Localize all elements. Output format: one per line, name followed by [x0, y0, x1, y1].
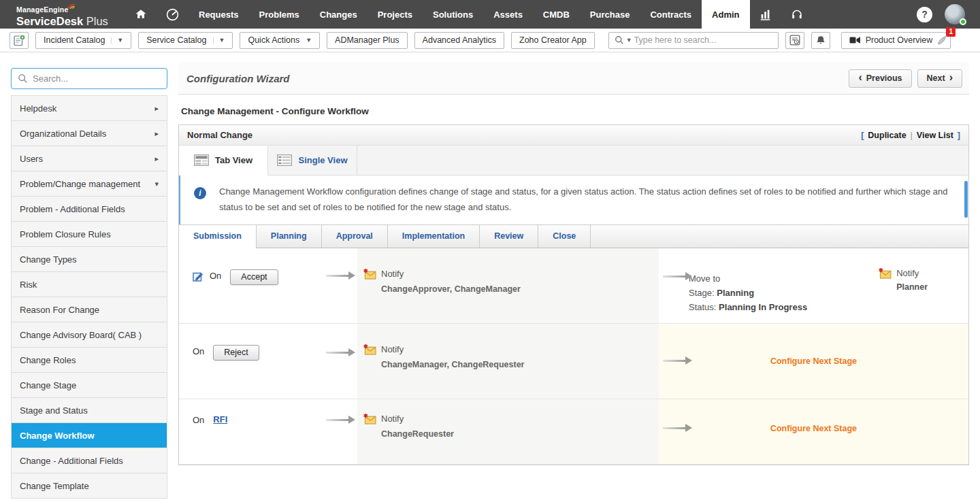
- product-overview-button[interactable]: Product Overview: [841, 32, 951, 49]
- reports-icon[interactable]: [750, 0, 781, 29]
- chevron-left-icon: ‹: [858, 72, 862, 83]
- incident-catalog-dropdown[interactable]: Incident Catalog▼: [35, 32, 131, 49]
- stage-tab-submission[interactable]: Submission: [179, 225, 257, 248]
- previous-button[interactable]: ‹Previous: [849, 69, 911, 88]
- sidebar-item-problem-additional-fields[interactable]: Problem - Additional Fields: [12, 197, 167, 222]
- quick-actions-dropdown[interactable]: Quick Actions▼: [240, 32, 320, 49]
- nav-changes[interactable]: Changes: [310, 0, 368, 29]
- brand-company: ManageEngine: [16, 6, 69, 14]
- view-tabs: Tab View Single View: [179, 146, 968, 175]
- section-title: Change Management - Configure Workflow: [181, 106, 969, 116]
- nav-purchase[interactable]: Purchase: [580, 0, 640, 29]
- brand-swoosh-icon: [67, 3, 76, 10]
- configure-next-stage-link[interactable]: Configure Next Stage: [659, 356, 968, 366]
- flow-arrow-icon: [663, 275, 686, 278]
- nav-assets[interactable]: Assets: [483, 0, 533, 29]
- nav-cmdb[interactable]: CMDB: [533, 0, 580, 29]
- notify-text: Notify ChangeManager, ChangeRequester: [381, 344, 524, 369]
- notify-cell: ✱ Notify ChangeRequester: [357, 399, 659, 464]
- view-list-link[interactable]: View List: [917, 131, 953, 140]
- tab-tab-view[interactable]: Tab View: [179, 146, 268, 175]
- duplicate-link[interactable]: Duplicate: [868, 131, 906, 140]
- release-notes-icon[interactable]: [785, 32, 804, 49]
- sidebar-item-stage-and-status[interactable]: Stage and Status: [12, 398, 167, 423]
- stage-tab-planning[interactable]: Planning: [257, 225, 322, 248]
- edit-icon[interactable]: [193, 271, 203, 282]
- notify-label: Notify: [381, 344, 524, 354]
- sidebar-item-change-types[interactable]: Change Types: [12, 247, 167, 272]
- sidebar-item-change-advisory-board[interactable]: Change Advisory Board( CAB ): [12, 322, 167, 348]
- sidebar-item-change-template[interactable]: Change Template: [12, 473, 167, 499]
- sidebar-group-helpdesk[interactable]: Helpdesk▸: [12, 96, 167, 121]
- stage-tab-approval[interactable]: Approval: [322, 225, 388, 248]
- next-stage-cell: Move to Stage: Planning Status: Planning…: [659, 248, 968, 323]
- next-stage-cell: Configure Next Stage: [659, 324, 968, 399]
- sidebar-group-organizational-details[interactable]: Organizational Details▸: [12, 121, 167, 146]
- mail-notify-icon: ✱: [879, 268, 892, 292]
- panel-title: Normal Change: [187, 130, 252, 140]
- page-title: Configuration Wizard: [186, 73, 290, 84]
- configure-next-stage-link[interactable]: Configure Next Stage: [659, 424, 968, 433]
- help-icon[interactable]: ?: [917, 7, 932, 22]
- info-text: Change Management Workflow configuration…: [219, 184, 951, 216]
- search-icon: [18, 73, 28, 84]
- sidebar-search-input[interactable]: [33, 73, 161, 84]
- on-label: On: [193, 415, 204, 425]
- mail-notify-icon: ✱: [363, 414, 376, 439]
- svg-text:✱: ✱: [363, 414, 368, 419]
- stage-tab-review[interactable]: Review: [480, 225, 538, 248]
- tab-single-view[interactable]: Single View: [268, 146, 357, 175]
- sidebar-item-reason-for-change[interactable]: Reason For Change: [12, 297, 167, 322]
- accept-button[interactable]: Accept: [230, 269, 278, 285]
- next-button[interactable]: Next›: [917, 69, 962, 88]
- nav-problems[interactable]: Problems: [249, 0, 310, 29]
- new-request-icon[interactable]: [10, 32, 29, 49]
- dashboard-icon[interactable]: [157, 0, 189, 29]
- flow-arrow-icon: [326, 275, 349, 277]
- sidebar-item-risk[interactable]: Risk: [12, 272, 167, 297]
- sidebar-item-change-roles[interactable]: Change Roles: [12, 348, 167, 373]
- notify-roles: ChangeManager, ChangeRequester: [381, 360, 524, 369]
- sidebar-item-change-stage[interactable]: Change Stage: [12, 373, 167, 398]
- reject-button[interactable]: Reject: [213, 345, 259, 361]
- admanager-plus-button[interactable]: ADManager Plus: [327, 32, 408, 49]
- wizard-nav-buttons: ‹Previous Next›: [849, 69, 962, 88]
- nav-admin[interactable]: Admin: [702, 0, 749, 29]
- sidebar-group-problem-change-management[interactable]: Problem/Change management▾: [12, 171, 167, 197]
- stage-tab-close[interactable]: Close: [538, 225, 591, 248]
- brand-logo[interactable]: ManageEngine ServiceDesk Plus: [16, 0, 125, 29]
- nav-contracts[interactable]: Contracts: [640, 0, 702, 29]
- nav-projects[interactable]: Projects: [368, 0, 423, 29]
- rfi-link[interactable]: RFI: [213, 414, 227, 424]
- chevron-down-icon: ▼: [306, 37, 312, 44]
- scrollbar-thumb[interactable]: [964, 181, 968, 218]
- sidebar-item-change-workflow[interactable]: Change Workflow: [12, 423, 167, 448]
- home-icon[interactable]: [125, 0, 157, 29]
- sidebar-group-users[interactable]: Users▸: [12, 146, 167, 171]
- sidebar-item-change-additional-fields[interactable]: Change - Additional Fields: [12, 448, 167, 473]
- bell-icon[interactable]: [811, 32, 830, 49]
- admin-sidebar: Helpdesk▸ Organizational Details▸ Users▸…: [11, 68, 167, 502]
- tab-view-icon: [194, 154, 209, 166]
- svg-text:✱: ✱: [879, 268, 883, 273]
- avatar[interactable]: [945, 4, 965, 24]
- nav-requests[interactable]: Requests: [189, 0, 249, 29]
- notify-roles: ChangeApprover, ChangeManager: [381, 284, 521, 294]
- notify-cell: ✱ Notify ChangeApprover, ChangeManager: [357, 248, 659, 323]
- search-icon: [615, 35, 624, 45]
- stage-tab-implementation[interactable]: Implementation: [388, 225, 480, 248]
- quick-toolbar: Incident Catalog▼ Service Catalog▼ Quick…: [0, 29, 980, 52]
- action-cell: On RFI: [179, 399, 357, 464]
- workflow-row-reject: On Reject ✱ Notify ChangeManager, Change…: [179, 324, 968, 399]
- notify-text: Notify ChangeRequester: [381, 414, 454, 439]
- chevron-right-icon: ›: [949, 72, 953, 83]
- chevron-down-icon: ▼: [111, 37, 123, 44]
- service-catalog-dropdown[interactable]: Service Catalog▼: [138, 32, 233, 49]
- headset-icon[interactable]: [781, 0, 813, 29]
- chevron-down-icon[interactable]: ▼: [626, 37, 632, 44]
- search-input[interactable]: [634, 35, 772, 45]
- advanced-analytics-button[interactable]: Advanced Analytics: [414, 32, 504, 49]
- sidebar-item-problem-closure-rules[interactable]: Problem Closure Rules: [12, 222, 167, 247]
- nav-solutions[interactable]: Solutions: [423, 0, 483, 29]
- zoho-creator-app-button[interactable]: Zoho Creator App: [511, 32, 595, 49]
